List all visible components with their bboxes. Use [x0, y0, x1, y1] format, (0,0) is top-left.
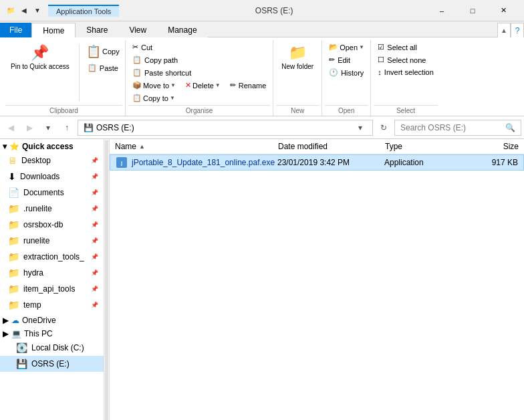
disk-icon: 💽: [16, 342, 27, 353]
exe-icon: j: [116, 157, 127, 168]
address-dropdown[interactable]: ▾: [354, 123, 367, 132]
clipboard-content: 📌 Pin to Quick access 📋 Copy 📋 Paste: [5, 40, 122, 105]
edit-button[interactable]: ✏ Edit: [325, 54, 354, 66]
invert-selection-button[interactable]: ↕ Invert selection: [374, 67, 437, 78]
pin-indicator: 📌: [91, 173, 98, 180]
col-type-header[interactable]: Type: [385, 142, 465, 151]
open-drop-arrow: ▼: [359, 44, 364, 50]
up-button[interactable]: ↑: [59, 120, 75, 136]
copy-path-button[interactable]: 📋 Copy path: [128, 54, 182, 66]
recent-locations-button[interactable]: ▾: [40, 120, 56, 136]
cut-button[interactable]: ✂ Cut: [128, 41, 156, 53]
pin-icon: 📌: [31, 44, 49, 62]
pin-indicator: 📌: [91, 221, 98, 228]
sidebar-scrollbar[interactable]: [104, 139, 110, 420]
tab-file[interactable]: File: [0, 23, 31, 37]
rename-button[interactable]: ✏ Rename: [226, 80, 271, 91]
paste-shortcut-button[interactable]: 📋 Paste shortcut: [128, 67, 195, 78]
select-all-button[interactable]: ☑ Select all: [374, 41, 421, 53]
copy-button[interactable]: 📋 Copy: [84, 41, 122, 62]
delete-icon: ✕: [185, 81, 191, 90]
tab-manage[interactable]: Manage: [157, 23, 207, 37]
tab-view[interactable]: View: [118, 23, 157, 37]
col-size-header[interactable]: Size: [465, 142, 519, 151]
sidebar-item-hydra[interactable]: 📁 hydra 📌: [0, 265, 104, 281]
folder-icon: 📁: [8, 284, 19, 294]
folder-icon: 📁: [8, 203, 19, 214]
back-button[interactable]: ◀: [3, 120, 19, 136]
pin-quick-access-button[interactable]: 📌 Pin to Quick access: [5, 41, 75, 74]
sidebar-item-osrs[interactable]: 💾 OSRS (E:): [0, 356, 104, 372]
ribbon-collapse-btn[interactable]: ▲: [497, 23, 511, 37]
down-title-icon[interactable]: ▼: [32, 5, 43, 16]
select-none-button[interactable]: ☐ Select none: [374, 54, 430, 66]
open-button[interactable]: 📂 Open ▼: [325, 41, 367, 53]
minimize-button[interactable]: –: [426, 0, 457, 21]
search-box[interactable]: 🔍: [394, 120, 521, 136]
back-title-icon[interactable]: ◀: [19, 5, 29, 16]
folder-icon: 📁: [8, 219, 19, 230]
paste-button[interactable]: 📋 Paste: [84, 62, 122, 74]
separator: [79, 44, 80, 101]
pin-indicator: 📌: [91, 189, 98, 196]
history-button[interactable]: 🕐 History: [325, 67, 368, 78]
sidebar-item-desktop[interactable]: 🖥 Desktop 📌: [0, 152, 104, 169]
file-name: jPortable_8_Update_181_online.paf.exe: [132, 158, 277, 167]
tab-share[interactable]: Share: [76, 23, 118, 37]
file-date: 23/01/2019 3:42 PM: [277, 158, 384, 167]
delete-button[interactable]: ✕ Delete ▼: [181, 80, 223, 91]
file-row[interactable]: j jPortable_8_Update_181_online.paf.exe …: [110, 154, 524, 171]
folder-icon: 🖥: [8, 155, 17, 166]
move-to-button[interactable]: 📦 Move to ▼: [128, 80, 178, 91]
sidebar-item-item-api[interactable]: 📁 item_api_tools 📌: [0, 281, 104, 297]
sidebar-onedrive[interactable]: ▶ ☁ OneDrive: [0, 313, 104, 326]
documents-icon: 📄: [8, 187, 19, 198]
ribbon-group-organise: ✂ Cut 📋 Copy path 📋 Paste shortcut 📦 Mov…: [126, 40, 273, 116]
rename-icon: ✏: [230, 81, 236, 90]
search-icon[interactable]: 🔍: [505, 123, 515, 132]
select-none-icon: ☐: [378, 56, 384, 64]
copy-to-icon: 📋: [132, 94, 142, 102]
sidebar-item-local-disk[interactable]: 💽 Local Disk (C:): [0, 340, 104, 356]
move-drop-arrow: ▼: [170, 82, 176, 88]
folder-icon: 📁: [5, 5, 16, 16]
search-input[interactable]: [400, 123, 505, 132]
close-button[interactable]: ✕: [488, 0, 519, 21]
sidebar-item-runelite[interactable]: 📁 .runelite 📌: [0, 201, 104, 217]
expand-icon: ▶: [3, 316, 9, 325]
address-input[interactable]: 💾 OSRS (E:) ▾: [78, 120, 373, 136]
col-date-header[interactable]: Date modified: [278, 142, 385, 151]
pin-indicator: 📌: [91, 302, 98, 308]
refresh-button[interactable]: ↻: [376, 120, 392, 136]
copy-path-icon: 📋: [132, 56, 142, 64]
forward-button[interactable]: ▶: [21, 120, 37, 136]
ribbon-tabs: File Home Share View Manage ▲ ?: [0, 21, 524, 37]
sidebar-item-temp[interactable]: 📁 temp 📌: [0, 297, 104, 313]
open-content: 📂 Open ▼ ✏ Edit 🕐 History: [325, 40, 368, 105]
help-btn[interactable]: ?: [511, 23, 524, 37]
tab-home[interactable]: Home: [31, 23, 76, 37]
move-icon: 📦: [132, 81, 142, 90]
new-folder-button[interactable]: 📁 New folder: [276, 41, 319, 74]
sidebar-item-documents[interactable]: 📄 Documents 📌: [0, 185, 104, 201]
tab-spacer: [208, 37, 497, 37]
main-content: ▾ ⭐ Quick access 🖥 Desktop 📌 ⬇ Downloads…: [0, 139, 524, 420]
pin-indicator: 📌: [91, 253, 98, 260]
organise-content: ✂ Cut 📋 Copy path 📋 Paste shortcut 📦 Mov…: [128, 40, 270, 105]
file-size: 917 KB: [465, 158, 518, 167]
sidebar-item-runelite2[interactable]: 📁 runelite 📌: [0, 233, 104, 249]
folder-icon: 📁: [8, 251, 19, 262]
pin-indicator: 📌: [91, 157, 98, 164]
sidebar-this-pc[interactable]: ▶ 💻 This PC: [0, 326, 104, 340]
sidebar-item-osrsbox[interactable]: 📁 osrsbox-db 📌: [0, 217, 104, 233]
col-name-header[interactable]: Name ▲: [115, 142, 278, 151]
sidebar-item-downloads[interactable]: ⬇ Downloads 📌: [0, 169, 104, 185]
ribbon-group-clipboard: 📌 Pin to Quick access 📋 Copy 📋 Paste Cli…: [3, 40, 126, 116]
folder-icon: 📁: [8, 268, 19, 278]
pin-indicator: 📌: [91, 237, 98, 244]
sidebar-quick-access-header[interactable]: ▾ ⭐ Quick access: [0, 139, 104, 152]
sidebar-item-extraction[interactable]: 📁 extraction_tools_ 📌: [0, 249, 104, 265]
maximize-button[interactable]: □: [457, 0, 488, 21]
delete-drop-arrow: ▼: [215, 82, 221, 88]
copy-to-button[interactable]: 📋 Copy to ▼: [128, 92, 178, 104]
